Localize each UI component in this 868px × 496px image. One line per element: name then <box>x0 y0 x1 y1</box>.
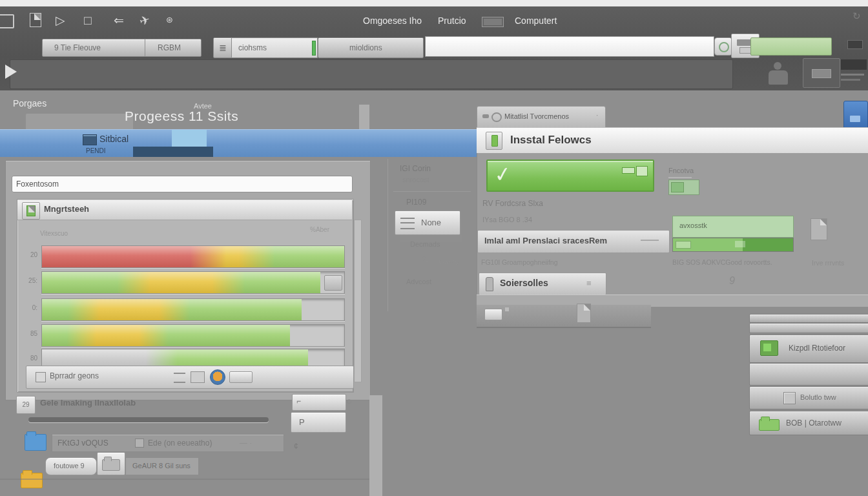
nine-glyph: 9 <box>729 275 735 287</box>
back-arrow-icon[interactable]: ⇐ <box>114 14 124 26</box>
center-menu-item-2[interactable]: PI109 <box>406 198 426 207</box>
install-line-4: BIG SOS AOKVCGood rovoortts. <box>672 258 772 266</box>
solution-button[interactable]: Bolutlo tww <box>749 386 868 409</box>
yellow-folder-icon[interactable] <box>21 473 43 488</box>
search-input[interactable] <box>12 176 353 192</box>
document-icon <box>577 304 591 323</box>
path-dashes: — · <box>240 439 252 448</box>
document-icon[interactable] <box>30 13 41 27</box>
asterisk-icon[interactable]: ⊛ <box>166 16 173 24</box>
second-segment[interactable]: mioldions <box>318 37 424 58</box>
group-icon-button[interactable] <box>22 202 40 220</box>
blue-bar-dark-segment <box>133 147 213 157</box>
mini-dark-button[interactable] <box>847 40 863 49</box>
install-line-1: RV Fordcsra Slxa <box>482 199 543 208</box>
center-menu-item-5[interactable]: Advcost <box>406 278 431 285</box>
center-menu-item-1[interactable]: IGI Corin <box>400 164 431 173</box>
play-wedge-icon[interactable] <box>5 65 24 79</box>
bar-end-chip-button[interactable] <box>324 275 342 291</box>
section-label: Fncotva <box>668 167 694 174</box>
browse-button[interactable]: foutowe 9 <box>45 457 97 475</box>
install-robot-button[interactable]: Kizpdl Rtotiefoor <box>749 335 868 363</box>
segment-label-b[interactable]: RGBM <box>158 43 181 52</box>
checkbox-icon <box>783 392 796 404</box>
window-title-part2: Prutcio <box>438 16 466 26</box>
install-tab[interactable]: Mitatlisl Tvorcmenos · <box>477 106 606 128</box>
footer-pill-1[interactable]: ⌐ <box>292 394 346 411</box>
green-toggle[interactable] <box>668 180 699 195</box>
status-chip[interactable] <box>229 371 253 383</box>
gray-folder-icon <box>102 459 120 471</box>
footer-pill-2[interactable]: P <box>291 412 346 433</box>
menu-button[interactable]: ≣ <box>213 37 232 58</box>
window-title-part1: Omgoeses Iho <box>363 16 422 26</box>
mode-segmented-control[interactable]: 9 Tie Fleouve RGBM <box>42 39 202 57</box>
confirm-green-button[interactable] <box>750 37 832 56</box>
segment-label-c: mioldions <box>349 43 382 52</box>
tab-mini-icon-1 <box>482 114 489 118</box>
card-button[interactable] <box>803 58 840 88</box>
right-mini-bar <box>841 59 867 70</box>
install-line-5: Irve rrrvnts <box>812 259 844 267</box>
pen-icon: ✎ <box>421 254 431 267</box>
list-icon[interactable] <box>174 373 185 383</box>
bar-row-label: 0: <box>19 304 37 311</box>
progress-bar-row: 85 <box>19 324 346 346</box>
blue-folder-icon[interactable] <box>25 434 46 451</box>
circle-icon <box>719 42 729 52</box>
segment-label-a[interactable]: 9 Tie Fleouve <box>54 43 101 52</box>
sub-bar-icon[interactable] <box>484 309 502 320</box>
secondary-action-button[interactable]: GeAUR 8 Gil suns <box>125 457 199 475</box>
install-header: Insstal Felowcs <box>477 127 868 154</box>
menu-icon: ≣ <box>219 43 227 53</box>
axis-caption-left: Vitexscuo <box>40 230 68 237</box>
gray-folder-button[interactable] <box>97 452 125 475</box>
solution-button-label: Bolutlo tww <box>800 393 836 401</box>
right-mini-line2 <box>841 79 860 81</box>
bar-row-label: 85 <box>19 330 37 337</box>
stack-thin-bar-2 <box>749 323 868 333</box>
checkmark-icon: ✓ <box>492 161 513 187</box>
panel-scrollbar[interactable] <box>354 220 362 382</box>
center-menu-item-4[interactable]: Inaorg <box>439 257 459 265</box>
footer-progress-track <box>28 417 269 422</box>
footer-badge[interactable]: 29 <box>16 396 36 414</box>
path-field[interactable]: FKtGJ vOQUS Ede (on eeueatho) — · <box>52 434 284 452</box>
card-icon <box>812 69 831 78</box>
refresh-icon[interactable]: ↻ <box>852 10 861 22</box>
keyboard-icon <box>482 17 504 27</box>
bob-folder-button[interactable]: BOB | Otarotww <box>749 411 868 435</box>
send-cursor-icon[interactable]: ✈ <box>138 13 151 28</box>
blank-button[interactable] <box>749 363 868 386</box>
app-blue-icon[interactable] <box>843 101 868 130</box>
footer-caption: Gele Imaking lInaxllolab <box>40 398 136 408</box>
progress-chip-2 <box>636 166 648 176</box>
none-button[interactable]: None <box>395 211 460 235</box>
document-icon[interactable] <box>811 218 827 240</box>
ring-icon: ○ <box>346 395 352 406</box>
monitor-icon[interactable] <box>0 14 14 28</box>
filter-field[interactable]: ciohsms <box>231 37 318 58</box>
bar-fill <box>42 272 320 293</box>
section-underline <box>668 177 692 178</box>
install-title: Insstal Felowcs <box>510 134 592 147</box>
progress-chip-1 <box>622 167 635 174</box>
address-input[interactable] <box>425 36 714 57</box>
install-bold-row[interactable]: Imlal aml Prenslaci sracesRem <box>477 230 670 253</box>
grid-icon[interactable] <box>191 371 205 383</box>
bar-row-label: 25: <box>19 277 37 284</box>
status-label: Bprradr geons <box>50 371 99 380</box>
center-menu-item-3[interactable]: Decmads <box>410 240 440 248</box>
none-button-label: None <box>421 218 441 227</box>
clock-icon[interactable] <box>210 369 225 385</box>
page-side-label: Porgaes <box>13 98 46 108</box>
printer-tray <box>739 47 751 54</box>
square-icon[interactable]: □ <box>84 14 91 26</box>
search-button[interactable] <box>714 37 732 56</box>
play-icon[interactable]: ▷ <box>56 14 65 26</box>
sources-bold-row[interactable]: Soiersolles ≡ <box>479 273 606 295</box>
install-green-icon <box>491 135 498 147</box>
window-top-strip <box>0 0 868 6</box>
blue-status-bar: Sitbical PENDI <box>0 129 482 157</box>
center-menu-item-1-sub: snrocost <box>402 176 429 183</box>
